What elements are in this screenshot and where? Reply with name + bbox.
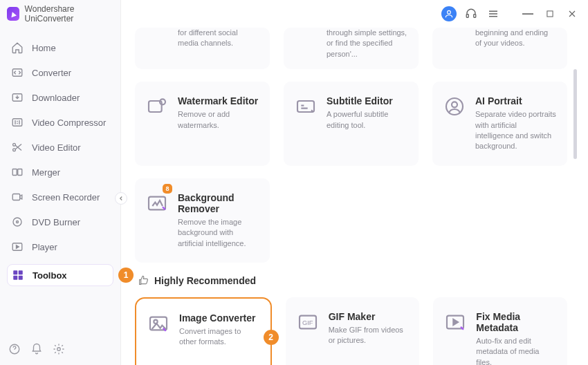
- svg-rect-11: [13, 270, 17, 274]
- sidebar-item-toolbox[interactable]: Toolbox 1: [7, 264, 113, 286]
- tool-card[interactable]: beginning and ending of your videos.: [432, 28, 567, 69]
- svg-point-25: [452, 102, 457, 108]
- tool-row: Watermark Editor Remove or add watermark…: [135, 82, 567, 166]
- svg-rect-19: [474, 15, 476, 18]
- sidebar-item-home[interactable]: Home: [7, 37, 113, 58]
- card-desc: Make GIF from videos or pictures.: [329, 325, 409, 346]
- disc-icon: [11, 216, 24, 228]
- svg-rect-14: [19, 276, 23, 280]
- card-title: AI Portrait: [475, 95, 556, 106]
- home-icon: [11, 41, 24, 54]
- converter-icon: [11, 66, 24, 79]
- sidebar-item-label: Merger: [32, 167, 60, 178]
- sidebar-item-merger[interactable]: Merger: [7, 162, 113, 182]
- tool-row: 8 Background Remover Remove the image ba…: [135, 178, 567, 263]
- sidebar: Wondershare UniConverter Home Converter …: [0, 0, 121, 365]
- svg-text:GIF: GIF: [302, 319, 313, 326]
- sidebar-item-label: Video Compressor: [32, 118, 106, 128]
- tool-card[interactable]: through simple settings, or find the spe…: [284, 28, 419, 69]
- svg-rect-12: [19, 270, 23, 274]
- card-desc: for different social media channels.: [178, 28, 259, 49]
- svg-rect-13: [13, 276, 17, 280]
- callout-badge-2: 2: [264, 330, 279, 345]
- sidebar-item-label: DVD Burner: [32, 217, 80, 227]
- svg-rect-20: [547, 11, 553, 17]
- sidebar-item-editor[interactable]: Video Editor: [7, 137, 113, 158]
- sidebar-item-label: Converter: [32, 68, 71, 78]
- card-desc: beginning and ending of your videos.: [475, 28, 556, 49]
- window-controls: —: [121, 0, 588, 28]
- headset-icon[interactable]: [463, 6, 479, 21]
- downloader-icon: [11, 91, 24, 104]
- window-minimize-button[interactable]: —: [520, 6, 535, 21]
- tool-card[interactable]: for different social media channels.: [135, 28, 270, 69]
- app-logo: [7, 7, 19, 21]
- card-desc: Convert images to other formats.: [179, 326, 259, 348]
- sidebar-item-label: Video Editor: [32, 142, 81, 153]
- tool-card-aiportrait[interactable]: AI Portrait Separate video portraits wit…: [432, 82, 567, 166]
- sidebar-item-dvdburner[interactable]: DVD Burner: [7, 212, 113, 232]
- recorder-icon: [11, 191, 24, 203]
- watermark-icon: [146, 95, 168, 118]
- sidebar-nav: Home Converter Downloader Video Compress…: [0, 28, 120, 292]
- sidebar-item-player[interactable]: Player: [7, 236, 113, 257]
- sidebar-item-label: Toolbox: [33, 270, 67, 281]
- scissors-icon: [11, 141, 24, 153]
- svg-point-9: [17, 221, 19, 223]
- badge-number: 8: [163, 184, 172, 194]
- section-heading: Highly Recommended: [138, 275, 567, 286]
- menu-icon[interactable]: [486, 6, 501, 21]
- sidebar-item-downloader[interactable]: Downloader: [7, 87, 113, 108]
- card-desc: through simple settings, or find the spe…: [327, 28, 407, 59]
- tool-card-bgremover[interactable]: 8 Background Remover Remove the image ba…: [135, 178, 270, 263]
- avatar-icon[interactable]: [441, 6, 457, 21]
- metadata-icon: [444, 311, 466, 333]
- card-title: Fix Media Metadata: [476, 311, 556, 333]
- tool-card-fixmetadata[interactable]: Fix Media Metadata Auto-fix and edit met…: [433, 297, 567, 365]
- card-desc: Separate video portraits with artificial…: [475, 109, 556, 152]
- card-title: Watermark Editor: [178, 95, 259, 106]
- thumbs-up-icon: [138, 275, 149, 286]
- svg-rect-2: [12, 119, 22, 127]
- sidebar-bottom-icons: [0, 336, 120, 365]
- svg-point-17: [448, 10, 451, 14]
- image-converter-icon: [147, 312, 169, 335]
- tool-card-imageconverter[interactable]: Image Converter Convert images to other …: [135, 297, 272, 365]
- card-title: Image Converter: [179, 312, 259, 324]
- scrollbar-thumb[interactable]: [573, 69, 577, 159]
- window-maximize-button[interactable]: [542, 6, 558, 21]
- subtitle-icon: [295, 95, 317, 118]
- window-close-button[interactable]: [564, 6, 580, 21]
- card-desc: Auto-fix and edit metadata of media file…: [476, 336, 556, 365]
- sidebar-item-label: Home: [32, 43, 56, 53]
- sidebar-item-converter[interactable]: Converter: [7, 62, 113, 83]
- gear-icon[interactable]: [53, 343, 65, 358]
- svg-rect-18: [466, 15, 468, 18]
- sidebar-item-label: Player: [32, 242, 57, 252]
- tool-row: Image Converter Convert images to other …: [135, 297, 567, 365]
- card-title: Background Remover: [178, 192, 259, 214]
- help-icon[interactable]: [8, 343, 21, 358]
- ai-portrait-icon: [443, 95, 466, 118]
- content-area: for different social media channels. thr…: [121, 28, 588, 365]
- svg-point-16: [57, 348, 61, 351]
- svg-rect-6: [18, 169, 22, 176]
- tool-card-watermark[interactable]: Watermark Editor Remove or add watermark…: [135, 82, 270, 166]
- bell-icon[interactable]: [30, 343, 43, 358]
- merger-icon: [11, 166, 24, 178]
- tool-card-subtitle[interactable]: Subtitle Editor A powerful subtitle edit…: [284, 82, 419, 166]
- titlebar: Wondershare UniConverter: [0, 0, 120, 28]
- card-title: GIF Maker: [329, 311, 409, 322]
- sidebar-item-recorder[interactable]: Screen Recorder: [7, 187, 113, 207]
- svg-point-8: [13, 218, 21, 226]
- card-desc: A powerful subtitle editing tool.: [327, 109, 407, 131]
- compressor-icon: [11, 116, 24, 129]
- card-desc: Remove the image background with artific…: [178, 217, 259, 249]
- card-desc: Remove or add watermarks.: [178, 109, 259, 131]
- sidebar-item-label: Downloader: [32, 93, 80, 103]
- main-panel: — for different social media channels. t…: [121, 0, 588, 365]
- card-title: Subtitle Editor: [327, 95, 407, 106]
- tool-card-gifmaker[interactable]: GIF GIF Maker Make GIF from videos or pi…: [286, 297, 420, 365]
- gif-icon: GIF: [297, 311, 319, 333]
- sidebar-item-compressor[interactable]: Video Compressor: [7, 112, 113, 133]
